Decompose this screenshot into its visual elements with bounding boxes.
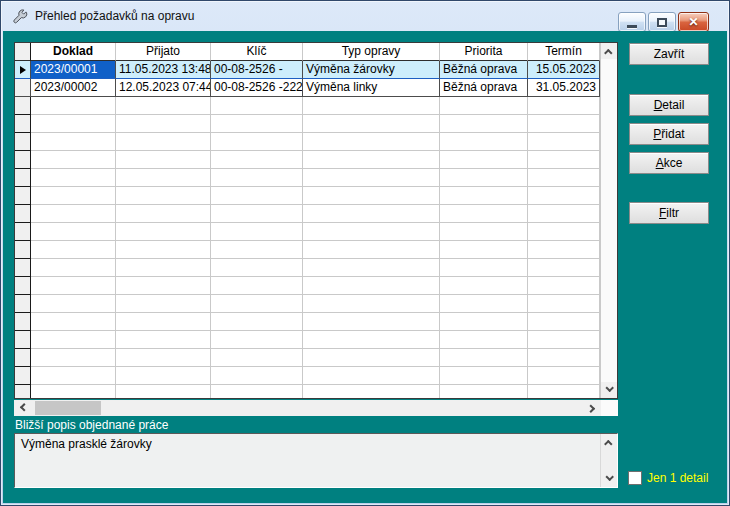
empty-row — [15, 331, 600, 349]
table-row[interactable]: 2023/0000111.05.2023 13:4800-08-2526 -Vý… — [15, 61, 600, 79]
close-icon: ✕ — [688, 16, 698, 28]
cell-priorita — [440, 187, 528, 205]
cell-doklad[interactable]: 2023/00001 — [31, 61, 116, 79]
cell-priorita — [440, 115, 528, 133]
empty-row — [15, 223, 600, 241]
empty-row — [15, 151, 600, 169]
memo-text[interactable]: Výměna prasklé žárovky — [15, 434, 600, 487]
maximize-button[interactable] — [648, 12, 676, 32]
cell-klic — [211, 313, 303, 331]
cell-termin — [528, 385, 600, 398]
cell-prijato[interactable]: 11.05.2023 13:48 — [116, 61, 211, 79]
cell-typ — [303, 97, 440, 115]
cell-prijato — [116, 331, 211, 349]
grid-scroll-left-button[interactable] — [14, 400, 30, 416]
cell-prijato[interactable]: 12.05.2023 07:44 — [116, 79, 211, 97]
cell-doklad — [31, 259, 116, 277]
row-indicator-cell — [15, 349, 31, 367]
cell-prijato — [116, 349, 211, 367]
cell-klic[interactable]: 00-08-2526 -222 — [211, 79, 303, 97]
grid-scroll-down-button[interactable] — [601, 382, 617, 398]
table-row[interactable]: 2023/0000212.05.2023 07:4400-08-2526 -22… — [15, 79, 600, 97]
column-header-klic: Klíč — [211, 43, 303, 61]
grid-body: 2023/0000111.05.2023 13:4800-08-2526 -Vý… — [15, 61, 600, 398]
row-indicator-cell — [15, 295, 31, 313]
cell-klic — [211, 385, 303, 398]
cell-termin — [528, 115, 600, 133]
cell-klic[interactable]: 00-08-2526 - — [211, 61, 303, 79]
empty-row — [15, 241, 600, 259]
horizontal-scrollbar-thumb[interactable] — [35, 401, 101, 415]
grid-scroll-up-button[interactable] — [601, 43, 617, 59]
description-label: Bližší popis objednané práce — [15, 418, 168, 432]
cell-klic — [211, 205, 303, 223]
filtr-button[interactable]: Filtr — [629, 202, 709, 224]
cell-priorita — [440, 151, 528, 169]
cell-priorita[interactable]: Běžná oprava — [440, 61, 528, 79]
cell-termin[interactable]: 15.05.2023 — [528, 61, 600, 79]
row-indicator-cell — [15, 205, 31, 223]
cell-doklad — [31, 367, 116, 385]
cell-doklad — [31, 115, 116, 133]
button-label: Filtr — [659, 206, 679, 220]
grid-horizontal-scrollbar[interactable] — [14, 400, 601, 416]
row-indicator-cell — [15, 313, 31, 331]
pridat-button[interactable]: Přidat — [629, 123, 709, 145]
cell-doklad — [31, 169, 116, 187]
cell-doklad[interactable]: 2023/00002 — [31, 79, 116, 97]
column-header-termin: Termín — [528, 43, 600, 61]
cell-klic — [211, 241, 303, 259]
cell-doklad — [31, 241, 116, 259]
grid-header: DokladPřijatoKlíčTyp opravyPrioritaTermí… — [15, 43, 600, 61]
cell-termin[interactable]: 31.05.2023 — [528, 79, 600, 97]
cell-typ — [303, 349, 440, 367]
jen-1-detail-label: Jen 1 detail — [647, 471, 708, 485]
row-indicator-cell — [15, 97, 31, 115]
memo-scroll-up-button[interactable] — [601, 434, 617, 450]
cell-priorita[interactable]: Běžná oprava — [440, 79, 528, 97]
empty-row — [15, 115, 600, 133]
empty-row — [15, 385, 600, 398]
memo-vertical-scrollbar[interactable] — [600, 434, 617, 487]
memo-scroll-down-button[interactable] — [601, 471, 617, 487]
jen-1-detail-checkbox[interactable] — [628, 471, 642, 485]
row-indicator-cell — [15, 223, 31, 241]
cell-typ — [303, 313, 440, 331]
cell-prijato — [116, 367, 211, 385]
cell-termin — [528, 277, 600, 295]
cell-priorita — [440, 97, 528, 115]
cell-termin — [528, 295, 600, 313]
cell-doklad — [31, 277, 116, 295]
cell-priorita — [440, 295, 528, 313]
row-indicator-cell — [15, 79, 31, 97]
detail-button[interactable]: Detail — [629, 94, 709, 116]
cell-doklad — [31, 133, 116, 151]
app-window: Přehled požadavků na opravu ✕ DokladPřij… — [0, 0, 730, 506]
empty-row — [15, 349, 600, 367]
grid-scroll-right-button[interactable] — [585, 400, 601, 416]
cell-prijato — [116, 187, 211, 205]
description-memo[interactable]: Výměna prasklé žárovky — [14, 433, 618, 488]
zavrit-button[interactable]: Zavřít — [629, 43, 709, 65]
row-indicator-cell — [15, 367, 31, 385]
cell-typ — [303, 331, 440, 349]
minimize-button[interactable] — [618, 12, 646, 32]
close-button[interactable]: ✕ — [678, 12, 709, 32]
cell-klic — [211, 295, 303, 313]
maximize-icon — [657, 18, 667, 27]
button-label: Detail — [654, 98, 685, 112]
akce-button[interactable]: Akce — [629, 152, 709, 174]
cell-typ[interactable]: Výměna linky — [303, 79, 440, 97]
cell-doklad — [31, 151, 116, 169]
chevron-up-icon — [604, 49, 612, 57]
cell-prijato — [116, 277, 211, 295]
cell-doklad — [31, 187, 116, 205]
button-label: Přidat — [653, 127, 684, 141]
grid-vertical-scrollbar[interactable] — [600, 43, 617, 398]
row-indicator-cell — [15, 133, 31, 151]
cell-typ — [303, 295, 440, 313]
form-client-area: DokladPřijatoKlíčTyp opravyPrioritaTermí… — [3, 31, 727, 503]
cell-typ[interactable]: Výměna žárovky — [303, 61, 440, 79]
minimize-icon — [627, 25, 637, 28]
cell-prijato — [116, 241, 211, 259]
